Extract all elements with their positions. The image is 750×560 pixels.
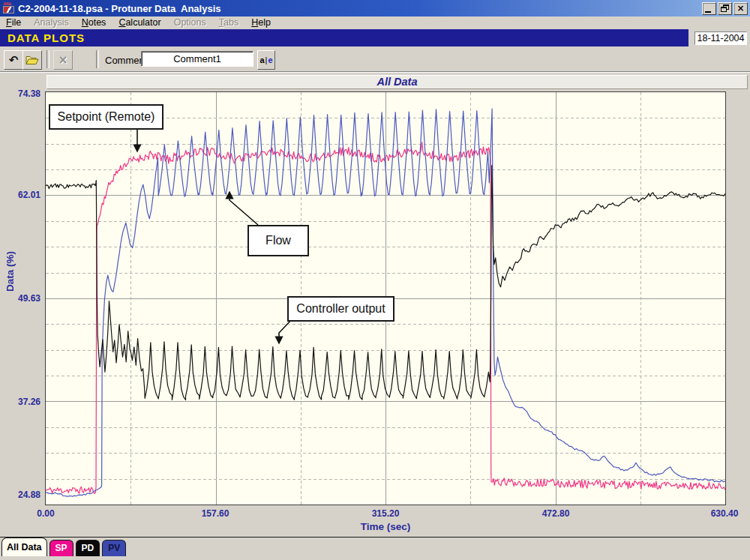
tab-pv[interactable]: PV xyxy=(102,540,126,556)
restore-icon xyxy=(721,4,729,12)
app-icon-flag xyxy=(3,6,14,13)
y-tick-label: 37.26 xyxy=(2,397,40,407)
restore-button[interactable] xyxy=(718,2,732,15)
tab-pd[interactable]: PD xyxy=(76,540,100,556)
x-axis-label: Time (sec) xyxy=(326,521,446,532)
y-tick-label: 24.88 xyxy=(2,490,40,500)
annotation-label: Flow xyxy=(266,234,291,247)
annotation-label: Controller output xyxy=(296,302,385,316)
open-button[interactable] xyxy=(22,50,42,70)
rename-button[interactable]: a|e xyxy=(257,50,275,70)
date-field: 18-11-2004 xyxy=(694,31,747,45)
undo-button[interactable]: ↶ xyxy=(4,50,23,70)
chart-title-bar: All Data xyxy=(46,75,748,89)
menu-item-help[interactable]: Help xyxy=(245,16,278,29)
toolbar: ↶ × Comment a|e xyxy=(0,46,750,72)
x-tick-label: 630.40 xyxy=(702,508,747,519)
toolbar-separator xyxy=(96,50,99,68)
undo-icon: ↶ xyxy=(9,55,19,66)
page-banner: DATA PLOTS xyxy=(0,29,688,46)
minimize-icon xyxy=(705,11,711,13)
menu-item-analysis: Analysis xyxy=(28,16,76,29)
comment-input[interactable] xyxy=(141,51,254,67)
close-icon: × xyxy=(736,4,744,13)
annotation-arrow xyxy=(279,319,292,343)
toolbar-separator xyxy=(46,50,50,68)
window-controls: × xyxy=(702,2,748,15)
annotation-box: Controller output xyxy=(287,296,394,322)
menu-item-file[interactable]: File xyxy=(0,16,28,29)
menu-item-calculator[interactable]: Calculator xyxy=(112,16,167,29)
tab-all-data[interactable]: All Data xyxy=(2,538,47,556)
app-icon: ANL xyxy=(2,2,15,14)
delete-button: × xyxy=(53,50,73,70)
annotation-box: Flow xyxy=(248,225,309,256)
chart-title: All Data xyxy=(377,76,418,88)
x-tick-label: 157.60 xyxy=(193,508,238,519)
x-tick-label: 472.80 xyxy=(533,508,578,519)
delete-x-icon: × xyxy=(58,55,68,66)
minimize-button[interactable] xyxy=(702,2,716,15)
page-title: DATA PLOTS xyxy=(8,31,85,44)
y-tick-label: 49.63 xyxy=(2,293,40,304)
x-tick-label: 0.00 xyxy=(23,508,68,519)
tab-sp[interactable]: SP xyxy=(50,540,74,556)
annotation-box: Setpoint (Remote) xyxy=(49,104,164,130)
app-window: ANL C2-2004-11-18.psa - Protuner Data An… xyxy=(0,0,750,560)
close-button[interactable]: × xyxy=(734,2,748,15)
tab-bar: All DataSPPDPV xyxy=(2,538,126,556)
y-axis-label: Data (%) xyxy=(4,251,16,292)
menu-item-options: Options xyxy=(168,16,213,29)
annotation-arrow xyxy=(230,192,258,225)
menu-item-notes[interactable]: Notes xyxy=(76,16,113,29)
menu-bar: FileAnalysisNotesCalculatorOptionsTabsHe… xyxy=(0,16,750,29)
menu-item-tabs: Tabs xyxy=(213,16,245,29)
y-tick-label: 62.01 xyxy=(2,190,40,200)
title-bar: ANL C2-2004-11-18.psa - Protuner Data An… xyxy=(0,0,750,16)
annotation-label: Setpoint (Remote) xyxy=(58,110,155,124)
open-folder-icon xyxy=(26,55,39,65)
window-title: C2-2004-11-18.psa - Protuner Data Analys… xyxy=(18,3,702,14)
x-tick-label: 315.20 xyxy=(363,508,408,519)
y-tick-label: 74.38 xyxy=(2,88,40,99)
rename-icon: a xyxy=(260,55,264,64)
